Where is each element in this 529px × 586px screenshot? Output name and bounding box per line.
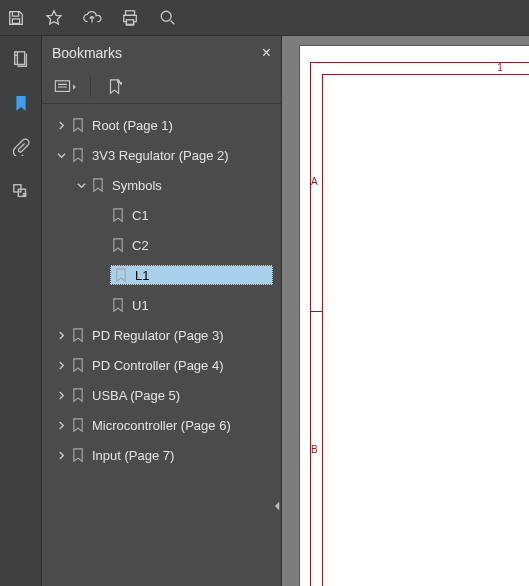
bookmark-item-icon bbox=[70, 387, 86, 403]
layers-icon[interactable] bbox=[10, 180, 32, 202]
bookmark-label: C2 bbox=[132, 238, 149, 253]
sidebar-strip bbox=[0, 36, 42, 586]
bookmark-node[interactable]: Symbols bbox=[46, 170, 281, 200]
ruler-tick bbox=[310, 311, 322, 312]
print-icon[interactable] bbox=[120, 8, 140, 28]
bookmark-node[interactable]: Root (Page 1) bbox=[46, 110, 281, 140]
bookmark-icon[interactable] bbox=[10, 92, 32, 114]
collapse-handle-icon[interactable] bbox=[272, 496, 282, 516]
panel-header: Bookmarks × bbox=[42, 36, 281, 70]
divider bbox=[90, 77, 91, 97]
ruler-row-a: A bbox=[311, 176, 318, 187]
save-icon[interactable] bbox=[6, 8, 26, 28]
bookmark-label: 3V3 Regulator (Page 2) bbox=[92, 148, 229, 163]
bookmark-node[interactable]: Microcontroller (Page 6) bbox=[46, 410, 281, 440]
bookmark-node[interactable]: L1 bbox=[46, 260, 281, 290]
bookmark-label: PD Regulator (Page 3) bbox=[92, 328, 224, 343]
bookmark-item-icon bbox=[70, 327, 86, 343]
bookmark-item-icon bbox=[113, 267, 129, 283]
bookmark-options-button[interactable] bbox=[52, 76, 80, 98]
ruler-column-1: 1 bbox=[497, 62, 503, 73]
chevron-right-icon[interactable] bbox=[54, 118, 68, 132]
bookmark-label: USBA (Page 5) bbox=[92, 388, 180, 403]
bookmark-item-icon bbox=[70, 447, 86, 463]
bookmark-label: L1 bbox=[135, 268, 149, 283]
bookmark-item-icon bbox=[70, 117, 86, 133]
thumbnails-icon[interactable] bbox=[10, 48, 32, 70]
bookmark-label: Root (Page 1) bbox=[92, 118, 173, 133]
bookmark-item-icon bbox=[110, 237, 126, 253]
chevron-right-icon[interactable] bbox=[54, 448, 68, 462]
bookmark-label: Microcontroller (Page 6) bbox=[92, 418, 231, 433]
bookmark-node[interactable]: C2 bbox=[46, 230, 281, 260]
bookmark-item-icon bbox=[90, 177, 106, 193]
bookmark-node[interactable]: Input (Page 7) bbox=[46, 440, 281, 470]
bookmark-node[interactable]: C1 bbox=[46, 200, 281, 230]
panel-title: Bookmarks bbox=[52, 45, 122, 61]
svg-rect-4 bbox=[14, 52, 24, 65]
document-page: 1 A B bbox=[300, 46, 529, 586]
zoom-icon[interactable] bbox=[158, 8, 178, 28]
star-icon[interactable] bbox=[44, 8, 64, 28]
cloud-upload-icon[interactable] bbox=[82, 8, 102, 28]
svg-rect-0 bbox=[12, 18, 19, 23]
top-toolbar bbox=[0, 0, 529, 36]
ruler-row-b: B bbox=[311, 444, 318, 455]
close-icon[interactable]: × bbox=[262, 44, 271, 62]
bookmark-node[interactable]: PD Regulator (Page 3) bbox=[46, 320, 281, 350]
svg-point-9 bbox=[120, 82, 121, 83]
bookmark-item-icon bbox=[70, 357, 86, 373]
svg-rect-5 bbox=[13, 185, 20, 192]
chevron-down-icon[interactable] bbox=[74, 178, 88, 192]
bookmark-node[interactable]: PD Controller (Page 4) bbox=[46, 350, 281, 380]
svg-rect-1 bbox=[126, 10, 135, 15]
new-bookmark-button[interactable] bbox=[101, 76, 129, 98]
document-viewport[interactable]: 1 A B bbox=[282, 36, 529, 586]
bookmark-tree: Root (Page 1)3V3 Regulator (Page 2)Symbo… bbox=[42, 104, 281, 586]
chevron-right-icon[interactable] bbox=[54, 358, 68, 372]
chevron-right-icon[interactable] bbox=[54, 388, 68, 402]
chevron-right-icon[interactable] bbox=[54, 328, 68, 342]
svg-rect-7 bbox=[55, 80, 69, 91]
bookmark-item-icon bbox=[70, 147, 86, 163]
svg-point-8 bbox=[118, 80, 120, 82]
bookmark-node[interactable]: U1 bbox=[46, 290, 281, 320]
bookmark-item-icon bbox=[110, 207, 126, 223]
bookmark-label: U1 bbox=[132, 298, 149, 313]
bookmark-item-icon bbox=[110, 297, 126, 313]
chevron-right-icon[interactable] bbox=[54, 418, 68, 432]
bookmark-label: Symbols bbox=[112, 178, 162, 193]
bookmark-node[interactable]: USBA (Page 5) bbox=[46, 380, 281, 410]
bookmark-label: PD Controller (Page 4) bbox=[92, 358, 224, 373]
bookmarks-panel: Bookmarks × Root (Page 1)3V3 Regulator (… bbox=[42, 36, 282, 586]
svg-rect-2 bbox=[126, 19, 133, 24]
svg-point-3 bbox=[161, 11, 171, 21]
main-area: Bookmarks × Root (Page 1)3V3 Regulator (… bbox=[0, 36, 529, 586]
bookmark-node[interactable]: 3V3 Regulator (Page 2) bbox=[46, 140, 281, 170]
bookmark-label: C1 bbox=[132, 208, 149, 223]
panel-tools bbox=[42, 70, 281, 104]
chevron-down-icon[interactable] bbox=[54, 148, 68, 162]
attachment-icon[interactable] bbox=[10, 136, 32, 158]
bookmark-item-icon bbox=[70, 417, 86, 433]
sheet-inner-border bbox=[322, 74, 529, 586]
bookmark-label: Input (Page 7) bbox=[92, 448, 174, 463]
